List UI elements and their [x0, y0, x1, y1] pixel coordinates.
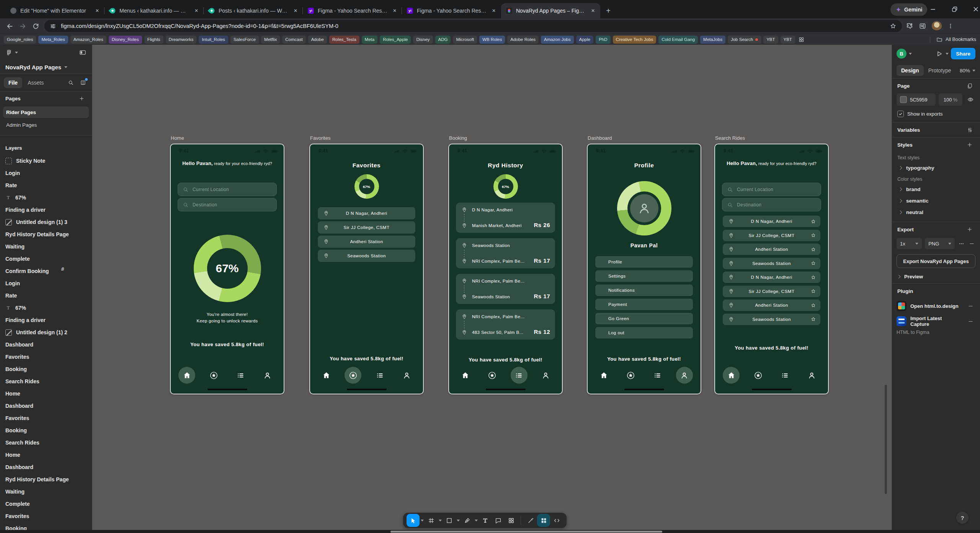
frame-booking[interactable]: Booking 9:41 Ryd History 67% D N Nagar, …	[448, 144, 563, 394]
page-item[interactable]: Admin Pages	[3, 119, 89, 131]
color-style-group[interactable]: brand	[892, 183, 980, 195]
remove-plugin-icon[interactable]	[965, 316, 975, 326]
extensions-icon[interactable]	[906, 22, 913, 30]
bookmark-chip[interactable]: Adobe	[308, 36, 327, 44]
layer-item[interactable]: Search Rides	[0, 437, 92, 449]
layer-item[interactable]: Home	[0, 449, 92, 461]
bookmark-chip[interactable]: Cold Email Gang	[658, 36, 698, 44]
bookmark-star-icon[interactable]	[890, 23, 897, 29]
bookmark-chip[interactable]: Microsoft	[453, 36, 477, 44]
bookmark-chip[interactable]: Comcast	[282, 36, 305, 44]
window-minimize-button[interactable]	[926, 3, 939, 15]
layer-item[interactable]: Dashboard	[0, 461, 92, 473]
frame-label-dashboard[interactable]: Dashboard	[588, 135, 612, 141]
canvas[interactable]: Home 9:41 Hello Pavan, ready for your ec…	[92, 44, 892, 533]
plugin-import-row[interactable]: Import Latest Capture	[892, 314, 980, 329]
tab-close-icon[interactable]	[292, 7, 299, 14]
layer-item[interactable]: Dashboard	[0, 400, 92, 412]
site-settings-icon[interactable]	[50, 23, 56, 29]
bookmark-chip[interactable]: Intuit_Roles	[199, 36, 228, 44]
remove-plugin-icon[interactable]	[965, 301, 975, 311]
file-name[interactable]: NovaRyd App Pages	[0, 60, 92, 74]
bookmark-chip[interactable]: Disney_Roles	[109, 36, 142, 44]
search-icon[interactable]	[66, 78, 76, 88]
layer-item[interactable]: Favorites	[0, 510, 92, 522]
url-text[interactable]: figma.com/design/lnxyZUsgCL5oDM2OfrxqqC/…	[61, 23, 885, 29]
frame-tool[interactable]	[425, 514, 438, 527]
tab-prototype[interactable]: Prototype	[925, 65, 954, 76]
comment-tool[interactable]	[492, 514, 505, 527]
share-button[interactable]: Share	[951, 48, 975, 59]
page-item[interactable]: Rider Pages	[3, 106, 89, 118]
browser-tab[interactable]: Edit "Home" with Elementor	[5, 3, 105, 18]
help-button[interactable]: ?	[956, 512, 969, 524]
page-color-input[interactable]: 5C5959	[897, 93, 936, 106]
frame-dashboard[interactable]: Dashboard 9:41 Profile Pavan Pal Profile…	[587, 144, 701, 394]
browser-tab[interactable]: Posts ‹ kathakari.info — WordPr	[204, 3, 303, 18]
shape-tool[interactable]	[443, 514, 456, 527]
present-play-icon[interactable]	[935, 50, 943, 58]
bookmark-chip[interactable]: SalesForce	[230, 36, 259, 44]
tab-assets[interactable]: Assets	[24, 77, 47, 88]
horizontal-scrollbar[interactable]	[390, 531, 662, 533]
bookmark-chip[interactable]: MetaJobs	[700, 36, 725, 44]
color-swatch[interactable]	[900, 96, 907, 103]
tab-close-icon[interactable]	[391, 7, 398, 14]
reload-button[interactable]	[29, 20, 42, 33]
bookmark-chip[interactable]: Dreamworks	[166, 36, 197, 44]
tab-close-icon[interactable]	[193, 7, 200, 14]
chevron-down-icon[interactable]	[946, 53, 949, 55]
forward-button[interactable]	[16, 20, 29, 33]
bookmark-chip[interactable]: PhD	[596, 36, 610, 44]
page-opacity-input[interactable]: 100 %	[939, 93, 962, 106]
frame-search-rides[interactable]: Search Rides 9:41 Hello Pavan, ready for…	[714, 144, 829, 394]
pen-tool[interactable]	[461, 514, 474, 527]
export-format-dropdown[interactable]: PNG	[925, 238, 955, 249]
remove-export-icon[interactable]	[968, 239, 975, 249]
bookmark-chip[interactable]: Roles_Apple	[380, 36, 411, 44]
layer-item[interactable]: Favorites	[0, 412, 92, 424]
layer-item[interactable]: Waiting	[0, 486, 92, 498]
frame-favorites[interactable]: Favorites 9:41 Favorites 67% D N Nagar, …	[309, 144, 424, 394]
tab-close-icon[interactable]	[590, 7, 596, 14]
chevron-down-icon[interactable]	[909, 53, 912, 55]
frame-label-search-rides[interactable]: Search Rides	[715, 135, 745, 141]
wand-tool[interactable]	[524, 514, 537, 527]
browser-tab[interactable]: Figma - Yahoo Search Results	[402, 3, 501, 18]
gemini-button[interactable]: Gemini	[890, 3, 927, 16]
bookmark-chip[interactable]: Amazon_Roles	[70, 36, 106, 44]
text-tool[interactable]	[479, 514, 492, 527]
user-avatar[interactable]: B	[897, 49, 906, 59]
export-scale-dropdown[interactable]: 1x	[897, 238, 922, 249]
add-export-icon[interactable]	[965, 224, 975, 234]
tab-design[interactable]: Design	[897, 65, 924, 76]
canvas-vertical-scrollbar[interactable]	[885, 385, 887, 494]
back-button[interactable]	[3, 20, 16, 33]
bookmark-chip[interactable]: Flights	[144, 36, 163, 44]
export-options-icon[interactable]	[958, 239, 965, 249]
library-book-icon[interactable]	[78, 78, 88, 88]
browser-tab[interactable]: Figma - Yahoo Search Results	[303, 3, 402, 18]
layer-item[interactable]: Booking	[0, 424, 92, 437]
browser-tab[interactable]: Menus ‹ kathakari.info — WordP	[105, 3, 204, 18]
tab-close-icon[interactable]	[490, 7, 497, 14]
frame-label-home[interactable]: Home	[171, 135, 184, 141]
add-style-icon[interactable]	[965, 140, 975, 150]
bookmark-chip[interactable]: Google_roles	[4, 36, 36, 44]
bookmark-chip[interactable]: Amazon Jobs	[541, 36, 574, 44]
bookmark-chip[interactable]: Roles_Tesla	[329, 36, 359, 44]
shape-tool-chevron[interactable]	[456, 514, 461, 527]
show-in-exports-checkbox[interactable]	[897, 111, 904, 117]
layout-grid-tool[interactable]	[537, 514, 550, 527]
page-styles-icon[interactable]	[965, 81, 975, 91]
variables-sliders-icon[interactable]	[965, 125, 975, 135]
move-tool-chevron[interactable]	[420, 514, 425, 527]
window-restore-button[interactable]	[948, 3, 961, 15]
bookmark-chip[interactable]: Meta	[362, 36, 378, 44]
bookmark-chip[interactable]: Apple	[576, 36, 593, 44]
bookmark-chip[interactable]: Adobe Roles	[507, 36, 539, 44]
frame-label-booking[interactable]: Booking	[449, 135, 467, 141]
color-hex-value[interactable]: 5C5959	[910, 97, 928, 103]
color-style-group[interactable]: neutral	[892, 206, 980, 218]
preview-toggle[interactable]: Preview	[892, 270, 980, 283]
